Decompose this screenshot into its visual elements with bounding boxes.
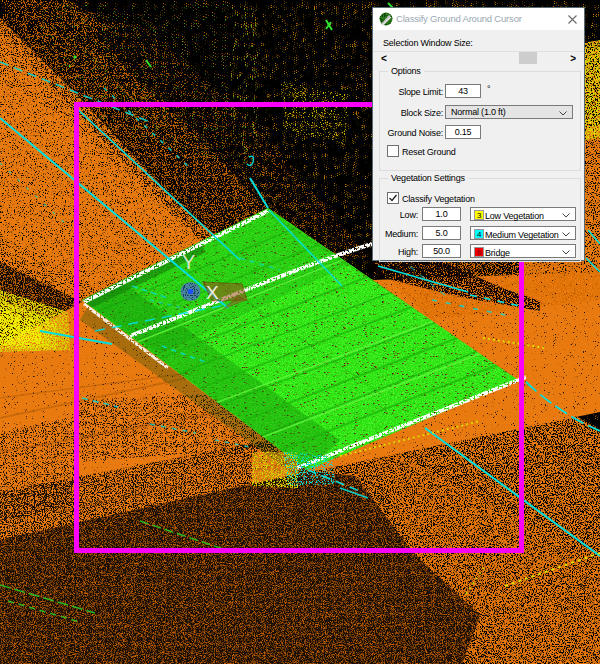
svg-text:X: X <box>206 282 219 303</box>
svg-text:Y: Y <box>182 251 195 273</box>
